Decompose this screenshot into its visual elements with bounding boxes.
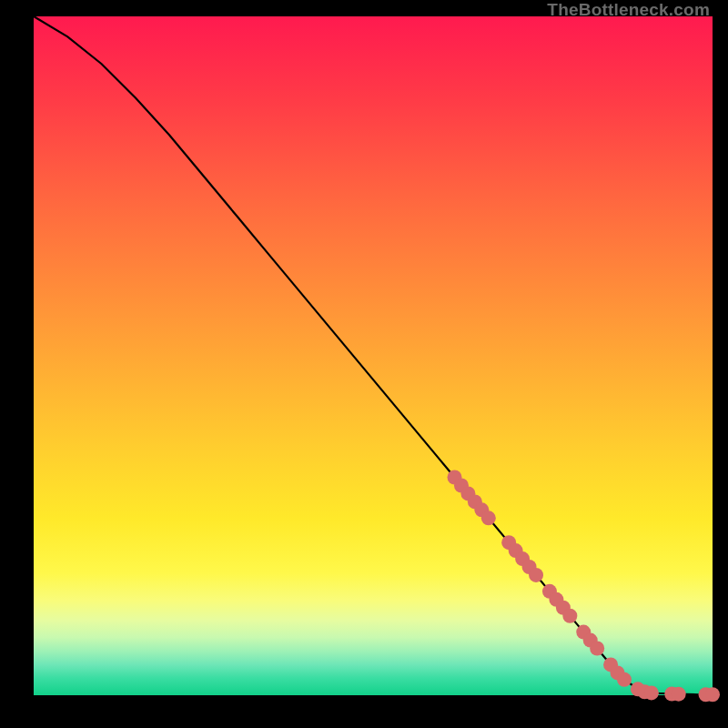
data-marker: [617, 672, 632, 687]
data-marker: [672, 687, 686, 702]
curve-line: [34, 16, 713, 694]
chart-frame: TheBottleneck.com: [0, 0, 728, 728]
data-marker: [529, 568, 543, 582]
data-marker: [562, 609, 577, 623]
chart-svg: [34, 16, 713, 695]
marker-group: [448, 470, 720, 703]
data-marker: [644, 685, 659, 700]
data-marker: [481, 511, 496, 525]
data-marker: [705, 687, 720, 702]
data-marker: [590, 642, 604, 656]
